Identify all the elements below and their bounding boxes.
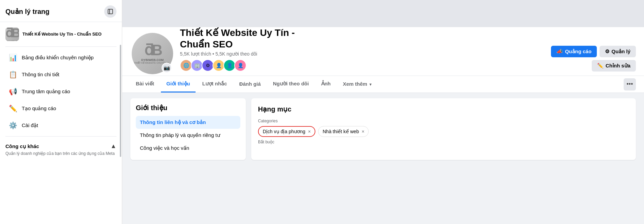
dashboard-icon: 📊 [8,53,18,62]
sidebar-item-info[interactable]: 📋 Thông tin chi tiết [3,66,119,83]
tools-label: Công cụ khác [5,143,39,149]
follower-avatar: 🏢 [191,59,203,72]
profile-actions-bottom-row: ✏️ Chỉnh sửa [592,60,636,72]
quang-cao-button[interactable]: 📣 Quảng cáo [551,46,597,57]
main-content: ƌB DYBIWEB.COM THIẾT KẾ WEBSITE CHUYÊN N… [122,0,644,224]
tag-remove-icon[interactable]: × [308,129,311,134]
sidebar-header: Quản lý trang [0,5,122,22]
sidebar-item-settings[interactable]: ⚙️ Cài đặt [3,117,119,134]
tab-anh[interactable]: Ảnh [316,76,336,93]
tab-danh_gia[interactable]: Đánh giá [234,76,266,93]
intro-menu: Thông tin liên hệ và cơ bảnThông tin phá… [136,116,240,155]
quan-ly-button[interactable]: ⚙ Quản lý [600,46,636,57]
sidebar-page-item[interactable]: ƌB DYBIWEB.COM Thiết Kế Website Uy Tín -… [0,25,122,44]
sidebar-nav: 📊 Bảng điều khiển chuyên nghiệp 📋 Thông … [0,49,122,134]
create_ad-icon: ✏️ [8,104,18,113]
settings-icon: ⚙️ [8,121,18,130]
profile-tabs: Bài viếtGiới thiệuLượt nhắcĐánh giáNgười… [122,76,644,93]
profile-avatar-wrap: ƌB DYBIWEB.COM THIẾT KẾ WEBSITE CHUYÊN N… [130,32,174,76]
tab-gioi_thieu[interactable]: Giới thiệu [161,76,196,93]
category-tag-dia_phuong[interactable]: Dịch vụ địa phương× [258,126,315,137]
tab-luot_nhac[interactable]: Lượt nhắc [197,76,233,93]
tag-label: Dịch vụ địa phương [263,129,305,134]
follower-avatar: ⚙ [202,59,214,72]
sidebar-collapse-button[interactable] [104,5,116,18]
profile-followers: 🌐🏢⚙👤👤👤 [180,59,546,72]
intro-menu-phap_ly[interactable]: Thông tin pháp lý và quyền riêng tư [136,129,240,142]
content-area: Giới thiệu Thông tin liên hệ và cơ bảnTh… [122,93,644,165]
tools-section-header[interactable]: Công cụ khác ▲ [0,139,122,151]
categories-field-label: Categories [258,119,629,123]
megaphone-icon: 📣 [556,48,563,55]
tab-nguoi_theo_doi[interactable]: Người theo dõi [268,76,314,93]
sidebar-nav-label: Trung tâm quảng cáo [22,88,70,95]
page-avatar-small: ƌB DYBIWEB.COM [5,27,19,41]
tools-sub: Quản lý doanh nghiệp của bạn trên các ứn… [0,151,122,159]
categories-panel: Hạng mục Categories Dịch vụ địa phương×N… [251,98,636,160]
tag-remove-icon[interactable]: × [362,129,364,134]
profile-meta: Thiết Kế Website Uy Tín - Chuẩn SEO 5,5K… [180,20,546,76]
profile-actions-top-row: 📣 Quảng cáo ⚙ Quản lý [551,46,636,57]
sidebar-divider [5,46,116,47]
info-icon: 📋 [8,70,18,79]
avatar-camera-button[interactable]: 📷 [162,63,172,73]
tools-icon: ⚙ [605,48,609,55]
tab-bai_viet[interactable]: Bài viết [130,76,160,93]
follower-avatar: 👤 [223,59,236,72]
svg-rect-0 [108,9,113,14]
sidebar-scrollbar[interactable] [120,45,121,157]
ads_center-icon: 📢 [8,87,18,96]
chinh-sua-button[interactable]: ✏️ Chỉnh sửa [592,60,636,72]
intro-panel: Giới thiệu Thông tin liên hệ và cơ bảnTh… [130,98,246,160]
intro-menu-cong_viec[interactable]: Công việc và học vấn [136,142,240,155]
sidebar-item-ads_center[interactable]: 📢 Trung tâm quảng cáo [3,83,119,100]
categories-tags: Dịch vụ địa phương×Nhà thiết kế web× [258,126,629,137]
required-label: Bắt buộc [258,140,629,144]
sidebar-nav-label: Cài đặt [22,122,38,128]
profile-actions: 📣 Quảng cáo ⚙ Quản lý ✏️ Chỉnh sửa [551,39,636,76]
intro-title: Giới thiệu [136,104,240,112]
tab-xem_them[interactable]: Xem thêm ▼ [337,76,378,93]
categories-title: Hạng mục [258,105,629,113]
sidebar-item-create_ad[interactable]: ✏️ Tạo quảng cáo [3,100,119,117]
edit-icon: ✏️ [597,63,604,69]
sidebar-nav-label: Bảng điều khiển chuyên nghiệp [22,55,94,61]
sidebar-page-name: Thiết Kế Website Uy Tín - Chuẩn SEO [22,32,102,37]
intro-menu-lien_he[interactable]: Thông tin liên hệ và cơ bản [136,116,240,129]
profile-info-row: ƌB DYBIWEB.COM THIẾT KẾ WEBSITE CHUYÊN N… [122,20,644,76]
profile-stats: 5,5K lượt thích • 5,5K người theo dõi [180,51,546,57]
follower-avatar: 👤 [234,59,246,72]
category-tag-nha_thiet_ke[interactable]: Nhà thiết kế web× [318,126,369,137]
sidebar-divider-2 [5,136,116,137]
follower-avatar: 👤 [213,59,225,72]
tag-label: Nhà thiết kế web [323,129,359,134]
sidebar-title: Quản lý trang [5,7,50,16]
follower-avatar: 🌐 [180,59,192,72]
tools-chevron-icon: ▲ [110,143,116,150]
profile-name: Thiết Kế Website Uy Tín - Chuẩn SEO [180,27,546,50]
sidebar-nav-label: Thông tin chi tiết [22,72,59,78]
sidebar-item-dashboard[interactable]: 📊 Bảng điều khiển chuyên nghiệp [3,49,119,66]
tabs-more-button[interactable]: ••• [624,78,636,90]
sidebar: Quản lý trang ƌB DYBIWEB.COM Thiết Kế We… [0,0,122,224]
profile-header: ƌB DYBIWEB.COM THIẾT KẾ WEBSITE CHUYÊN N… [122,0,644,93]
sidebar-nav-label: Tạo quảng cáo [22,105,56,111]
